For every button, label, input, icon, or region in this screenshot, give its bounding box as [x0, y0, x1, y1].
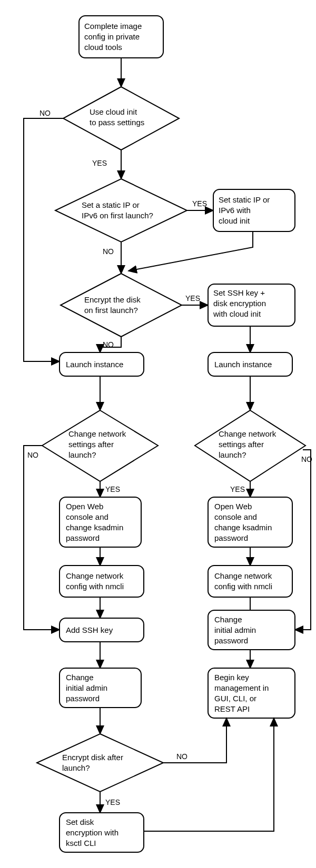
node-d5: [37, 734, 163, 792]
svg-text:YES: YES: [105, 798, 120, 806]
svg-text:NO: NO: [176, 752, 187, 761]
svg-text:NO: NO: [301, 455, 312, 463]
node-d3: [61, 274, 182, 337]
edge-setip-merge: [129, 231, 253, 271]
svg-text:Launch instance: Launch instance: [214, 360, 272, 369]
t: Complete image: [84, 22, 142, 31]
svg-text:NO: NO: [103, 247, 114, 256]
edge-d1-no: [24, 118, 63, 361]
node-nmR: [208, 566, 292, 597]
svg-text:NO: NO: [27, 451, 38, 459]
flowchart: Complete imageconfig in privatecloud too…: [0, 0, 316, 868]
svg-text:YES: YES: [230, 485, 245, 493]
lbl-no: NO: [39, 109, 51, 117]
svg-text:Add SSH key: Add SSH key: [66, 625, 113, 634]
svg-text:YES: YES: [192, 199, 207, 208]
node-d2: [55, 179, 187, 242]
node-nmL: [60, 566, 144, 597]
svg-text:Set SSH key +disk encryptionwi: Set SSH key +disk encryptionwith cloud i…: [213, 288, 266, 318]
svg-text:YES: YES: [185, 294, 200, 302]
svg-text:YES: YES: [105, 485, 120, 493]
lbl-yes: YES: [92, 159, 107, 167]
svg-text:NO: NO: [103, 340, 114, 349]
svg-text:Launch instance: Launch instance: [66, 360, 123, 369]
